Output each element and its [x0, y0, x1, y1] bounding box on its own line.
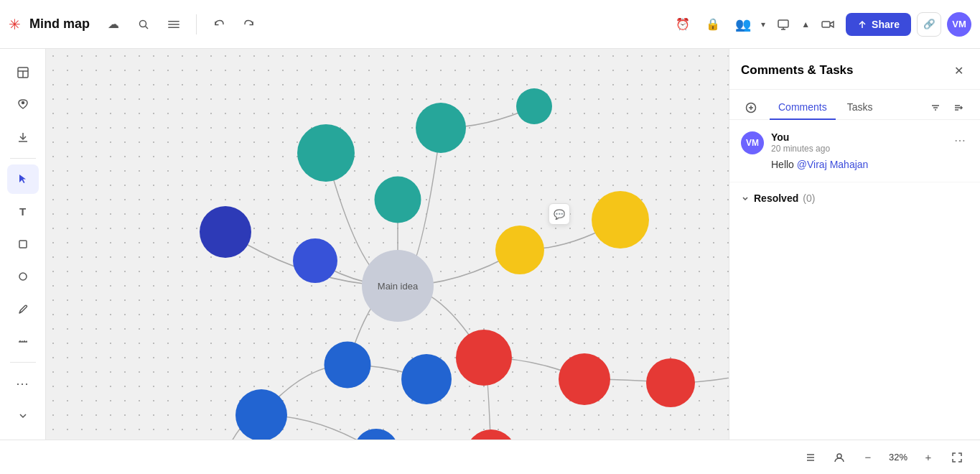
zoom-out-icon: − [865, 451, 872, 463]
resolved-label: Resolved [754, 192, 798, 204]
present-chevron[interactable]: ▲ [801, 19, 810, 29]
comment-meta: You 20 minutes ago [771, 131, 951, 154]
sidebar-launch-button[interactable] [7, 90, 39, 119]
redo-button[interactable] [237, 12, 261, 37]
sidebar-frame-button[interactable] [7, 229, 39, 259]
app-logo: ✳ [9, 16, 21, 33]
panel-title: Comments & Tasks [741, 63, 948, 78]
search-button[interactable] [131, 12, 156, 37]
panel-close-button[interactable]: ✕ [948, 60, 969, 80]
mindmap-node-n9[interactable] [325, 342, 371, 389]
svg-point-13 [22, 101, 24, 103]
sidebar-pen-button[interactable] [7, 294, 39, 324]
svg-line-1 [146, 26, 149, 29]
mindmap-node-n10[interactable] [401, 354, 452, 404]
comment-item: VM You 20 minutes ago ⋯ Hello @Viraj Mah… [729, 120, 980, 182]
sort-button[interactable] [948, 98, 969, 118]
sidebar-ruler-button[interactable] [7, 327, 39, 356]
sidebar-collapse-button[interactable] [7, 401, 39, 431]
app-title: Mind map [29, 17, 90, 32]
sidebar-shapes-button[interactable] [7, 262, 39, 292]
list-view-button[interactable] [799, 446, 822, 469]
svg-rect-8 [822, 22, 830, 27]
mindmap-node-n15[interactable] [559, 353, 610, 405]
comment-text: Hello @Viraj Mahajan [741, 159, 969, 170]
mindmap-center-node[interactable]: Main idea [362, 250, 434, 322]
main-area: T ··· [0, 49, 980, 440]
resolved-count: (0) [803, 192, 815, 204]
undo-button[interactable] [207, 12, 231, 37]
canvas[interactable]: 💬 Main idea [46, 49, 729, 440]
mindmap-node-n5[interactable] [200, 206, 251, 258]
svg-point-17 [19, 273, 27, 280]
mindmap-node-n4[interactable] [375, 177, 421, 223]
svg-rect-2 [168, 21, 179, 22]
sidebar-text-button[interactable]: T [7, 197, 39, 226]
sidebar-layout-button[interactable] [7, 57, 39, 87]
sidebar-more-button[interactable]: ··· [7, 368, 39, 398]
present-button[interactable] [771, 12, 795, 37]
svg-point-35 [837, 454, 841, 458]
comment-more-button[interactable]: ⋯ [951, 131, 969, 149]
svg-point-0 [140, 20, 146, 27]
menu-button[interactable] [162, 12, 186, 37]
zoom-level: 32% [885, 452, 911, 463]
left-sidebar: T ··· [0, 49, 46, 440]
sidebar-import-button[interactable] [7, 123, 39, 152]
filter-button[interactable] [925, 98, 946, 118]
tab-tasks[interactable]: Tasks [839, 96, 882, 120]
sidebar-divider-2 [10, 362, 36, 363]
mindmap-node-n12[interactable] [354, 429, 398, 440]
mindmap-node-n11[interactable] [235, 389, 287, 440]
share-button[interactable]: Share [846, 13, 911, 36]
text-tool-label: T [19, 205, 26, 218]
resolved-toggle-button[interactable]: Resolved (0) [741, 192, 815, 204]
svg-rect-4 [168, 27, 179, 28]
link-button[interactable]: 🔗 [917, 12, 941, 37]
mindmap-node-n8[interactable] [592, 191, 649, 248]
avatar-view-button[interactable] [828, 446, 851, 469]
mindmap-node-n7[interactable] [495, 226, 544, 274]
mindmap-node-n16[interactable] [646, 358, 695, 407]
topbar-right: ⏰ 🔒 👥 ▾ ▲ Share 🔗 VM [671, 12, 971, 37]
mindmap-node-n1[interactable] [297, 124, 355, 182]
zoom-in-button[interactable]: + [917, 446, 940, 469]
people-button[interactable]: 👥 [731, 12, 755, 37]
mindmap-node-n14[interactable] [456, 330, 512, 386]
toolbar-divider [196, 14, 197, 34]
comment-avatar: VM [741, 131, 764, 154]
svg-rect-16 [19, 241, 27, 248]
comment-mention: @Viraj Mahajan [797, 159, 869, 170]
add-comment-button[interactable] [741, 98, 761, 118]
mindmap-node-n3[interactable] [516, 88, 552, 124]
lock-button[interactable]: 🔒 [701, 12, 725, 37]
cloud-button[interactable]: ☁ [101, 12, 126, 37]
svg-rect-5 [778, 20, 788, 27]
user-avatar-button[interactable]: VM [947, 12, 971, 37]
mindmap-node-n6[interactable] [293, 238, 337, 283]
bottom-bar: − 32% + [0, 440, 980, 474]
sidebar-select-button[interactable] [7, 164, 39, 194]
zoom-in-icon: + [925, 451, 932, 463]
fit-screen-button[interactable] [946, 446, 969, 469]
mindmap-node-n2[interactable] [416, 103, 466, 153]
topbar: ✳ Mind map ☁ ⏰ 🔒 👥 ▾ [0, 0, 980, 49]
comment-author: You [771, 131, 951, 143]
timer-button[interactable]: ⏰ [671, 12, 695, 37]
more-dots: ··· [16, 376, 29, 391]
people-chevron[interactable]: ▾ [761, 19, 765, 29]
comment-bubble[interactable]: 💬 [549, 203, 570, 225]
tab-comments[interactable]: Comments [770, 96, 836, 120]
panel-header: Comments & Tasks ✕ [729, 49, 980, 90]
panel-tabs: Comments Tasks [729, 90, 980, 120]
video-button[interactable] [816, 12, 840, 37]
sidebar-divider-1 [10, 158, 36, 159]
comment-header: VM You 20 minutes ago ⋯ [741, 131, 969, 154]
comment-time: 20 minutes ago [771, 144, 951, 154]
comments-panel: Comments & Tasks ✕ Comments Tasks [729, 49, 980, 440]
resolved-section: Resolved (0) [729, 182, 980, 214]
mindmap-node-n18[interactable] [466, 429, 516, 440]
svg-rect-3 [168, 24, 179, 25]
zoom-out-button[interactable]: − [857, 446, 879, 469]
